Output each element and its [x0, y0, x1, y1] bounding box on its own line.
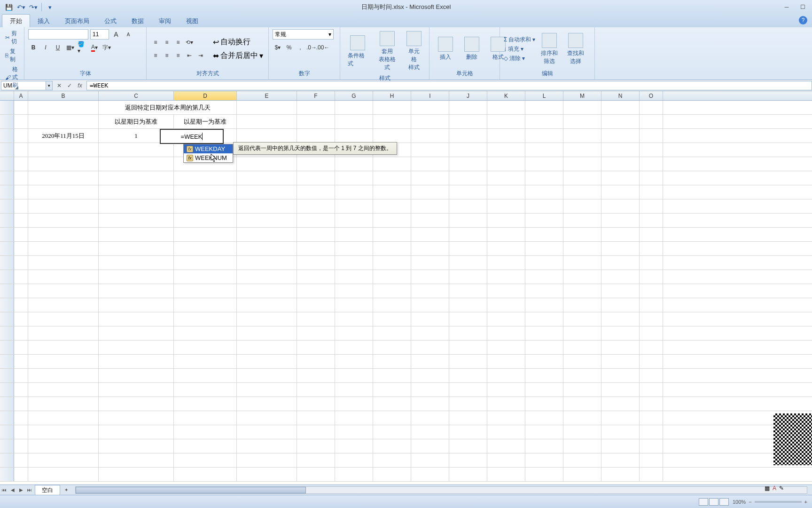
cell[interactable]	[525, 326, 563, 340]
col-header-h[interactable]: H	[373, 91, 411, 100]
cell[interactable]	[174, 453, 237, 467]
cell[interactable]	[14, 411, 28, 425]
cell[interactable]	[297, 383, 335, 397]
row-header[interactable]	[0, 326, 14, 340]
cell[interactable]	[373, 270, 411, 284]
cell[interactable]	[563, 101, 601, 114]
col-header-e[interactable]: E	[237, 91, 297, 100]
cell[interactable]	[373, 129, 411, 143]
undo-icon[interactable]: ↶▾	[16, 2, 26, 12]
cell[interactable]	[525, 115, 563, 128]
cell[interactable]	[640, 453, 663, 467]
cell[interactable]	[14, 256, 28, 270]
cell[interactable]	[601, 101, 640, 114]
cell[interactable]	[28, 228, 99, 241]
cell[interactable]	[14, 242, 28, 255]
cell[interactable]	[297, 242, 335, 255]
row-header[interactable]	[0, 256, 14, 270]
cell[interactable]	[411, 228, 449, 241]
cell[interactable]	[525, 199, 563, 213]
insert-cells-button[interactable]: 插入	[433, 35, 458, 63]
cell[interactable]	[14, 228, 28, 241]
col-header-n[interactable]: N	[601, 91, 640, 100]
cell[interactable]	[335, 171, 373, 185]
cell[interactable]	[174, 242, 237, 255]
cell[interactable]	[14, 185, 28, 199]
cell[interactable]	[449, 185, 487, 199]
cell[interactable]	[487, 214, 525, 227]
cell[interactable]	[373, 298, 411, 312]
cell[interactable]	[487, 453, 525, 467]
cell[interactable]	[411, 129, 449, 143]
cell[interactable]	[28, 284, 99, 298]
cell[interactable]	[14, 199, 28, 213]
row-header[interactable]	[0, 185, 14, 199]
cell[interactable]	[28, 383, 99, 397]
cell[interactable]	[563, 326, 601, 340]
cell[interactable]	[449, 326, 487, 340]
cell[interactable]	[373, 326, 411, 340]
cell[interactable]	[237, 129, 297, 143]
cell[interactable]	[335, 157, 373, 171]
cell[interactable]	[525, 101, 563, 114]
cell[interactable]	[14, 214, 28, 227]
row-header[interactable]	[0, 411, 14, 425]
row-header[interactable]	[0, 341, 14, 354]
cell[interactable]	[487, 101, 525, 114]
cell[interactable]	[99, 185, 174, 199]
cell[interactable]	[335, 228, 373, 241]
cell[interactable]	[487, 439, 525, 453]
cell[interactable]	[601, 411, 640, 425]
cell[interactable]	[335, 312, 373, 326]
align-bottom-button[interactable]: ≡	[173, 37, 183, 48]
cell[interactable]	[297, 453, 335, 467]
cell[interactable]	[28, 171, 99, 185]
cell[interactable]	[14, 101, 28, 114]
cell[interactable]	[411, 369, 449, 382]
cell[interactable]	[237, 439, 297, 453]
cell[interactable]	[99, 439, 174, 453]
cell[interactable]	[99, 270, 174, 284]
status-icon-3[interactable]: ✎	[779, 485, 784, 492]
cell[interactable]	[28, 199, 99, 213]
cell[interactable]	[14, 312, 28, 326]
sheet-prev-button[interactable]: ◀	[8, 486, 17, 494]
cell[interactable]	[174, 171, 237, 185]
cell[interactable]	[297, 312, 335, 326]
sheet-last-button[interactable]: ⏭	[25, 486, 34, 494]
cell[interactable]	[28, 411, 99, 425]
cell[interactable]	[14, 355, 28, 368]
cell[interactable]	[563, 383, 601, 397]
number-format-combo[interactable]: 常规▾	[273, 29, 334, 40]
orientation-button[interactable]: ⟲▾	[184, 37, 195, 48]
increase-decimal-button[interactable]: .0→	[306, 42, 317, 53]
cell[interactable]	[525, 143, 563, 157]
cell[interactable]	[237, 355, 297, 368]
cell[interactable]	[411, 270, 449, 284]
cell[interactable]	[411, 171, 449, 185]
cell[interactable]	[28, 185, 99, 199]
cell[interactable]	[335, 214, 373, 227]
cell[interactable]	[297, 185, 335, 199]
cell[interactable]	[601, 355, 640, 368]
new-sheet-button[interactable]: ✦	[62, 486, 70, 494]
dialog-launcher-icon[interactable]: ◢	[14, 85, 19, 91]
cell[interactable]	[297, 199, 335, 213]
cell[interactable]	[335, 326, 373, 340]
wrap-text-button[interactable]: ↩自动换行	[211, 37, 265, 48]
cell[interactable]	[601, 143, 640, 157]
cell[interactable]	[335, 468, 373, 481]
cell[interactable]	[335, 439, 373, 453]
cell-c2[interactable]: 以星期日为基准	[99, 115, 174, 128]
cell[interactable]	[373, 355, 411, 368]
cell-d2[interactable]: 以星期一为基准	[174, 115, 237, 128]
cell[interactable]	[335, 453, 373, 467]
delete-cells-button[interactable]: 删除	[460, 35, 484, 63]
cell[interactable]	[563, 171, 601, 185]
cell[interactable]	[525, 228, 563, 241]
cell[interactable]	[28, 439, 99, 453]
cell[interactable]	[601, 115, 640, 128]
cell[interactable]	[174, 341, 237, 354]
cell[interactable]	[449, 157, 487, 171]
cell[interactable]	[601, 171, 640, 185]
